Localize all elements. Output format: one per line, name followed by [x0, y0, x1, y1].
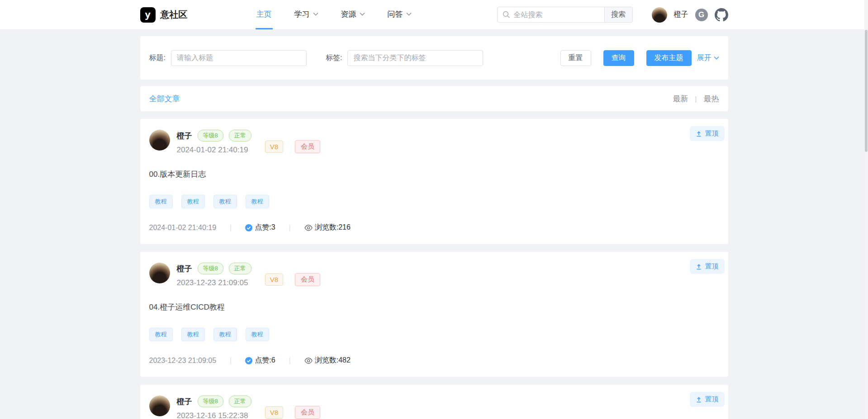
author-avatar[interactable]: [149, 263, 170, 283]
article-tag[interactable]: 教程: [181, 328, 205, 341]
main-nav: 主页 学习 资源 问答: [256, 0, 413, 29]
author-name[interactable]: 橙子: [177, 131, 192, 141]
pin-top-icon: [696, 396, 702, 403]
search-icon: [503, 11, 510, 19]
author-info: 橙子 等级8 正常 2023-12-16 15:22:38: [177, 395, 251, 419]
chevron-down-icon: [360, 12, 365, 16]
nav-item-learn[interactable]: 学习: [294, 0, 319, 29]
scrollbar-thumb[interactable]: [865, 30, 868, 152]
article-tag[interactable]: 教程: [149, 195, 173, 208]
footer-divider: |: [230, 357, 232, 365]
article-tag[interactable]: 教程: [246, 195, 269, 208]
footer-datetime: 2024-01-02 21:40:19: [149, 224, 217, 232]
tag-filter-input[interactable]: [347, 50, 483, 66]
tag-filter-label: 标签:: [326, 53, 342, 63]
filter-actions: 重置 查询 发布主题 展开: [560, 50, 719, 66]
nav-item-resources[interactable]: 资源: [340, 0, 366, 29]
expand-toggle[interactable]: 展开: [697, 53, 719, 63]
article-title[interactable]: 04.橙子运维CICD教程: [149, 302, 719, 312]
query-button[interactable]: 查询: [603, 50, 634, 66]
article-card: 置顶 橙子 等级8 正常 2024-01-02 21:40:19 V8 会员 0…: [140, 119, 728, 244]
user-avatar[interactable]: [652, 7, 667, 23]
expand-label: 展开: [697, 53, 711, 63]
level-badge: 等级8: [198, 130, 223, 141]
membership-badges: V8 会员: [265, 406, 320, 419]
likes-stat: 点赞:3: [245, 223, 275, 232]
github-icon[interactable]: [715, 8, 728, 22]
nav-item-home[interactable]: 主页: [256, 0, 273, 29]
status-badge: 正常: [229, 263, 251, 274]
author-avatar[interactable]: [149, 395, 170, 416]
sort-box: 最新 | 最热: [673, 94, 719, 104]
member-badge: 会员: [295, 140, 320, 153]
views-stat: 浏览数:216: [304, 223, 351, 232]
filter-panel: 标题: 标签: 重置 查询 发布主题 展开: [140, 36, 728, 80]
pin-to-top-button[interactable]: 置顶: [690, 126, 725, 141]
views-label: 浏览数:216: [315, 223, 351, 232]
article-list: 置顶 橙子 等级8 正常 2024-01-02 21:40:19 V8 会员 0…: [140, 119, 728, 419]
pin-label: 置顶: [705, 129, 719, 138]
nav-item-label: 主页: [256, 9, 272, 19]
title-filter-group: 标题:: [149, 50, 307, 66]
chevron-down-icon: [406, 12, 412, 16]
article-tag[interactable]: 教程: [213, 328, 237, 341]
membership-badges: V8 会员: [265, 140, 320, 153]
brand[interactable]: y 意社区: [140, 7, 188, 23]
pin-to-top-button[interactable]: 置顶: [690, 259, 725, 274]
chevron-down-icon: [313, 12, 318, 16]
likes-label: 点赞:3: [255, 223, 275, 232]
search-button[interactable]: 搜索: [604, 7, 632, 22]
gitee-icon[interactable]: G: [695, 9, 708, 21]
like-check-icon: [245, 224, 252, 231]
article-footer: 2023-12-23 21:09:05 | 点赞:6 | 浏览数:482: [149, 356, 719, 365]
post-datetime: 2023-12-23 21:09:05: [177, 278, 251, 287]
sort-separator: |: [695, 95, 697, 103]
eye-icon: [304, 358, 313, 364]
article-tag[interactable]: 教程: [149, 328, 173, 341]
post-datetime: 2023-12-16 15:22:38: [177, 411, 251, 419]
user-name[interactable]: 橙子: [674, 10, 688, 19]
member-badge: 会员: [295, 406, 320, 419]
article-tag[interactable]: 教程: [181, 195, 205, 208]
author-info: 橙子 等级8 正常 2023-12-23 21:09:05: [177, 263, 251, 287]
sort-hot[interactable]: 最热: [704, 94, 719, 104]
brand-name: 意社区: [161, 9, 188, 21]
all-articles-link[interactable]: 全部文章: [149, 94, 180, 104]
nav-item-label: 资源: [341, 9, 356, 19]
reset-button[interactable]: 重置: [560, 50, 591, 66]
footer-divider: |: [289, 224, 291, 232]
pin-to-top-button[interactable]: 置顶: [690, 392, 725, 407]
site-search: 搜索: [497, 7, 633, 23]
sort-latest[interactable]: 最新: [673, 94, 688, 104]
author-info: 橙子 等级8 正常 2024-01-02 21:40:19: [177, 130, 251, 155]
user-cluster: 橙子 G: [652, 7, 728, 23]
article-title[interactable]: 00.版本更新日志: [149, 169, 719, 179]
views-stat: 浏览数:482: [304, 356, 351, 365]
article-footer: 2024-01-02 21:40:19 | 点赞:3 | 浏览数:216: [149, 223, 719, 232]
search-input[interactable]: [514, 11, 604, 19]
author-name[interactable]: 橙子: [177, 396, 192, 407]
likes-stat: 点赞:6: [245, 356, 275, 365]
article-card: 置顶 橙子 等级8 正常 2023-12-16 15:22:38 V8 会员: [140, 385, 728, 419]
header: y 意社区 主页 学习 资源 问答: [0, 0, 868, 30]
title-filter-input[interactable]: [171, 50, 307, 66]
vip-badge: V8: [265, 141, 283, 153]
author-avatar[interactable]: [149, 130, 170, 151]
pin-top-icon: [696, 264, 702, 270]
article-tag[interactable]: 教程: [246, 328, 269, 341]
likes-label: 点赞:6: [255, 356, 275, 365]
article-tag[interactable]: 教程: [213, 195, 237, 208]
author-name[interactable]: 橙子: [177, 264, 192, 274]
vip-badge: V8: [265, 273, 283, 286]
footer-divider: |: [230, 224, 232, 232]
publish-topic-button[interactable]: 发布主题: [646, 50, 692, 66]
nav-item-qa[interactable]: 问答: [387, 0, 413, 29]
nav-item-label: 问答: [388, 9, 403, 19]
brand-logo-icon: y: [140, 7, 156, 23]
scrollbar-track[interactable]: [864, 0, 868, 419]
author-row: 橙子 等级8 正常 2023-12-23 21:09:05 V8 会员: [149, 263, 719, 287]
article-list-header: 全部文章 最新 | 最热: [140, 86, 728, 111]
status-badge: 正常: [229, 130, 251, 141]
title-filter-label: 标题:: [149, 53, 166, 63]
chevron-down-icon: [714, 56, 719, 60]
